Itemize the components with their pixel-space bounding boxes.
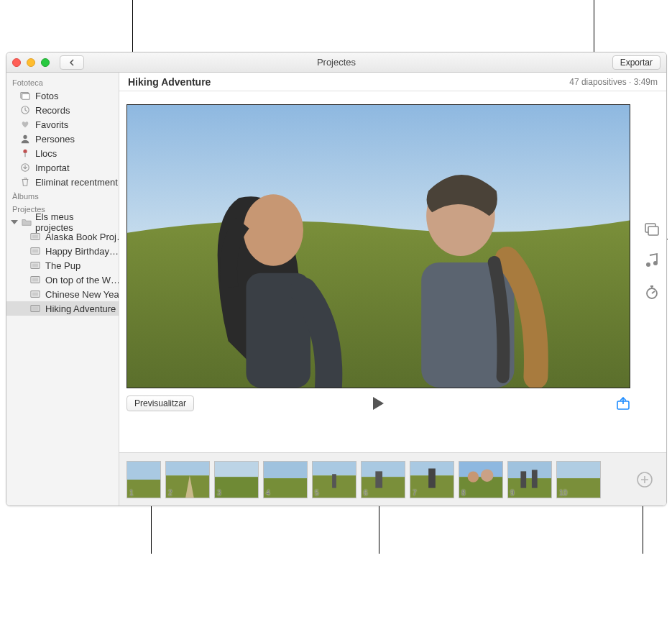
svg-rect-34 [215,462,258,477]
export-button[interactable]: Exportar [612,55,661,70]
svg-rect-16 [32,292,39,296]
slide-preview [126,104,630,388]
thumb-number: 1 [129,489,134,497]
sidebar-item-people[interactable]: Persones [6,132,119,146]
sidebar-project-item[interactable]: On top of the W… [6,273,119,287]
svg-point-20 [243,194,303,265]
sidebar-label: Fotos [35,91,59,101]
sidebar-item-photos[interactable]: Fotos [6,88,119,103]
photos-icon [19,91,31,101]
project-header: Hiking Adventure 47 diapositives · 3:49m [119,73,666,91]
thumb-number: 4 [266,489,270,497]
svg-rect-48 [459,477,502,498]
svg-rect-52 [508,478,551,498]
preview-button[interactable]: Previsualitzar [126,395,194,411]
trash-icon [19,177,31,187]
sidebar: Fototeca Fotos Records Favorits Persones… [6,73,119,506]
sidebar-item-places[interactable]: Llocs [6,146,119,160]
sidebar-item-import[interactable]: Importat [6,160,119,175]
sidebar-label: On top of the W… [45,275,119,285]
music-button[interactable] [644,252,660,268]
thumb-number: 3 [217,489,221,497]
thumbnail[interactable]: 1 [126,461,161,498]
sidebar-folder-projects[interactable]: Els meus projectes [6,215,119,229]
folder-icon [21,217,32,227]
duration-button[interactable] [644,284,660,300]
sidebar-item-trash[interactable]: Eliminat recentment [6,175,119,189]
sidebar-label: Hiking Adventure [45,303,116,314]
thumbnail[interactable]: 8 [459,461,503,498]
minimize-window-button[interactable] [27,58,35,67]
thumbnail[interactable]: 4 [263,461,308,498]
share-icon[interactable] [616,397,630,410]
thumbnail[interactable]: 5 [312,461,356,498]
svg-rect-30 [127,462,160,480]
callout-line [594,0,594,52]
svg-rect-10 [32,249,39,252]
sidebar-item-favorites[interactable]: Favorits [6,117,119,132]
sidebar-label: Importat [35,163,70,173]
sidebar-project-item[interactable]: Happy Birthday… [6,244,119,258]
sidebar-section-library: Fototeca [6,76,119,88]
titlebar: Projectes Exportar [6,52,666,73]
thumbnail[interactable]: 9 [507,461,552,498]
disclosure-triangle-icon [11,220,18,224]
sidebar-label: Records [35,105,70,116]
app-window: Projectes Exportar Fototeca Fotos Record… [6,52,667,506]
slideshow-icon [29,260,41,270]
right-toolbar [638,91,666,452]
project-title: Hiking Adventure [128,76,211,88]
thumb-number: 5 [315,489,319,497]
svg-point-3 [23,135,27,139]
sidebar-label: Els meus projectes [35,211,113,233]
svg-rect-18 [32,306,39,310]
sidebar-project-item[interactable]: Chinese New Year [6,287,119,301]
sidebar-project-item[interactable]: Alaska Book Proj… [6,229,119,244]
back-button[interactable] [60,55,84,70]
svg-rect-53 [520,471,526,488]
thumbnail[interactable]: 7 [410,461,454,498]
svg-rect-8 [32,234,39,238]
sidebar-item-memories[interactable]: Records [6,103,119,117]
sidebar-label: Happy Birthday… [45,246,119,257]
svg-rect-12 [32,263,39,267]
thumbnail-strip[interactable]: 1 2 3 4 5 [119,452,666,506]
svg-rect-26 [648,227,658,235]
thumbnail[interactable]: 3 [214,461,259,498]
zoom-window-button[interactable] [41,58,50,67]
close-window-button[interactable] [12,58,21,67]
svg-point-27 [646,262,650,267]
thumbnail[interactable]: 6 [361,461,405,498]
heart-icon [19,119,31,129]
add-slide-button[interactable] [630,461,659,498]
svg-rect-40 [332,474,336,488]
import-icon [19,163,31,173]
slideshow-icon [29,275,41,285]
svg-point-50 [481,469,493,481]
sidebar-project-item[interactable]: Hiking Adventure [6,301,119,316]
svg-rect-38 [313,462,356,475]
thumb-number: 8 [461,489,466,497]
svg-rect-36 [264,462,307,478]
svg-rect-43 [375,471,382,488]
sidebar-label: Persones [35,134,75,145]
thumbnail[interactable]: 10 [556,461,601,498]
project-meta: 47 diapositives · 3:49m [569,77,658,87]
svg-rect-54 [532,470,538,488]
window-body: Fototeca Fotos Records Favorits Persones… [6,73,666,506]
svg-rect-32 [166,462,209,475]
stage-wrap: Previsualitzar [119,91,666,452]
main-area: Hiking Adventure 47 diapositives · 3:49m [119,73,666,506]
slideshow-icon [29,246,41,256]
svg-rect-55 [557,462,600,478]
svg-rect-37 [264,478,307,498]
thumbnail[interactable]: 2 [165,461,210,498]
sidebar-label: The Pup [45,260,80,271]
theme-button[interactable] [644,221,660,237]
window-title: Projectes [6,57,666,68]
svg-rect-41 [362,462,405,477]
play-button[interactable] [373,397,384,410]
thumb-number: 2 [168,489,172,497]
window-controls [12,58,50,67]
sidebar-project-item[interactable]: The Pup [6,258,119,273]
